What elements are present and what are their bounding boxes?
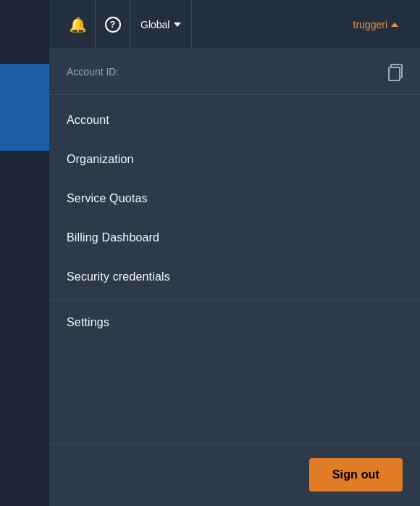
menu-divider [49,299,420,300]
user-menu-button[interactable]: truggeri [343,0,408,49]
notifications-button[interactable]: 🔔 [61,0,96,49]
menu-item-organization[interactable]: Organization [49,140,420,179]
menu-item-settings[interactable]: Settings [49,303,420,342]
signout-section: Sign out [49,443,420,506]
menu-items-list: Account Organization Service Quotas Bill… [49,95,420,443]
user-label: truggeri [353,19,387,30]
help-icon: ? [105,17,121,33]
menu-item-service-quotas[interactable]: Service Quotas [49,179,420,218]
copy-icon [388,64,403,80]
menu-item-billing-dashboard[interactable]: Billing Dashboard [49,218,420,257]
region-chevron-icon [174,22,181,27]
region-label: Global [140,19,169,30]
menu-item-security-credentials[interactable]: Security credentials [49,257,420,296]
user-dropdown-panel: Account ID: Account Organization Service… [49,49,420,506]
signout-button[interactable]: Sign out [309,458,403,492]
region-selector[interactable]: Global [130,0,192,49]
menu-item-account[interactable]: Account [49,101,420,140]
help-button[interactable]: ? [96,0,130,49]
user-chevron-icon [391,22,398,27]
account-id-label: Account ID: [67,66,119,78]
sidebar-blue-block [0,64,49,151]
bell-icon: 🔔 [69,16,87,33]
account-id-row: Account ID: [49,49,420,95]
copy-account-id-button[interactable] [388,64,403,80]
top-nav: 🔔 ? Global truggeri [49,0,420,49]
